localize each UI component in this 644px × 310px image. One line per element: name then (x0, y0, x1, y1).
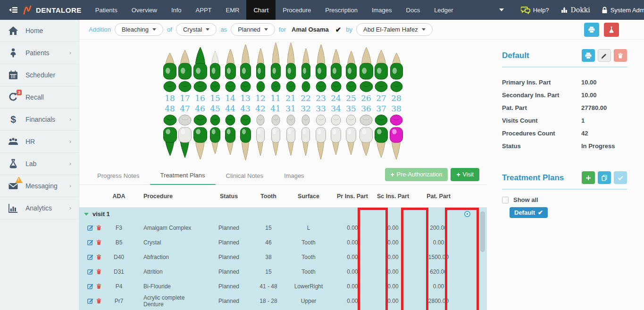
lower-occlusal-graphic[interactable] (286, 114, 295, 126)
upper-tooth-graphic[interactable] (330, 41, 342, 80)
delete-row-icon[interactable] (96, 239, 102, 245)
user-menu[interactable]: System Administrator (602, 7, 644, 14)
nav-item-emr[interactable]: EMR (219, 0, 247, 20)
provider-dropdown[interactable]: Abd El-7alem Hafez (356, 23, 433, 36)
tooth-number-lower[interactable]: 47 (180, 103, 190, 114)
tooth-number-lower[interactable]: 45 (210, 103, 220, 114)
upper-occlusal-graphic[interactable] (286, 80, 296, 93)
lower-occlusal-graphic[interactable] (375, 114, 388, 126)
nav-item-docs[interactable]: Docs (399, 0, 427, 20)
tooth-14-44[interactable]: 1444 (223, 41, 238, 166)
lower-tooth-graphic[interactable] (193, 126, 208, 164)
lower-tooth-graphic[interactable] (271, 126, 281, 164)
upper-tooth-graphic[interactable] (285, 41, 296, 80)
check-icon[interactable]: ✔ (335, 25, 342, 34)
tooth-number-lower[interactable]: 32 (301, 103, 311, 114)
print-chart-button[interactable] (584, 23, 599, 37)
edit-row-icon[interactable] (87, 239, 93, 245)
tooth-21-31[interactable]: 2131 (283, 41, 298, 166)
upper-tooth-graphic[interactable] (390, 41, 403, 80)
tooth-15-45[interactable]: 1545 (208, 41, 223, 166)
lower-occlusal-graphic[interactable] (240, 114, 251, 126)
upper-occlusal-graphic[interactable] (210, 80, 220, 93)
upper-occlusal-graphic[interactable] (178, 80, 192, 93)
tooth-number-lower[interactable]: 37 (376, 103, 386, 114)
upper-occlusal-graphic[interactable] (360, 80, 373, 93)
sidebar-item-home[interactable]: Home (0, 20, 79, 42)
lower-occlusal-graphic[interactable] (193, 114, 207, 126)
tooth-22-32[interactable]: 2232 (298, 41, 313, 166)
tooth-number-lower[interactable]: 46 (195, 103, 205, 114)
lower-tooth-graphic[interactable] (315, 126, 326, 164)
lower-tooth-graphic[interactable] (286, 126, 296, 164)
lower-tooth-graphic[interactable] (256, 126, 265, 164)
lower-occlusal-graphic[interactable] (390, 114, 403, 126)
upper-tooth-graphic[interactable] (225, 41, 236, 80)
material-dropdown[interactable]: Crystal (176, 23, 217, 36)
show-all-checkbox[interactable] (502, 197, 509, 203)
upper-tooth-graphic[interactable] (256, 41, 266, 80)
tab-progress-notes[interactable]: Progress Notes (87, 168, 150, 184)
dokki-link[interactable]: Dokki (560, 6, 590, 14)
print-plan-button[interactable] (582, 49, 595, 62)
nav-item-chart[interactable]: Chart (246, 0, 276, 20)
lower-occlusal-graphic[interactable] (331, 114, 341, 126)
table-row[interactable]: P4Bi-FlouridePlanned41 - 48LowerRight0.0… (79, 279, 487, 293)
lower-tooth-graphic[interactable] (225, 126, 236, 164)
lower-occlusal-graphic[interactable] (225, 114, 235, 126)
delete-row-icon[interactable] (96, 268, 102, 275)
table-row[interactable]: B5CrystalPlanned46Tooth0.000.000.00 (79, 235, 487, 250)
brand-logo[interactable]: DENTALORE (23, 5, 82, 15)
upper-occlusal-graphic[interactable] (256, 80, 265, 93)
tooth-number-upper[interactable]: 12 (255, 93, 266, 103)
tooth-28-38[interactable]: 2838 (389, 41, 404, 166)
edit-row-icon[interactable] (87, 268, 93, 275)
tooth-number-lower[interactable]: 34 (331, 103, 341, 114)
lower-occlusal-graphic[interactable] (316, 114, 326, 126)
tooth-24-34[interactable]: 2434 (328, 41, 343, 166)
nav-item-prescription[interactable]: Prescription (318, 0, 365, 20)
tooth-number-upper[interactable]: 28 (391, 93, 401, 103)
nav-item-info[interactable]: Info (164, 0, 189, 20)
table-row[interactable]: Pr7Acrylic complete DenturePlanned18 - 2… (79, 293, 487, 308)
nav-item-ledger[interactable]: Ledger (427, 0, 460, 20)
table-row[interactable]: F3Amalgam ComplexPlanned15L0.000.00200.0… (79, 220, 487, 235)
default-plan-badge[interactable]: Default ✔ (510, 207, 548, 218)
tooth-18-48[interactable]: 1848 (162, 41, 177, 166)
delete-row-icon[interactable] (96, 283, 102, 289)
tooth-26-36[interactable]: 2636 (359, 41, 374, 166)
sidebar-item-recall[interactable]: 3Recall (0, 86, 79, 109)
upper-occlusal-graphic[interactable] (271, 80, 281, 93)
lower-tooth-graphic[interactable] (163, 126, 177, 164)
tab-images[interactable]: Images (274, 168, 315, 184)
tooth-number-upper[interactable]: 26 (361, 93, 371, 103)
edit-row-icon[interactable] (87, 225, 93, 231)
tooth-number-lower[interactable]: 36 (361, 103, 371, 114)
tooth-25-35[interactable]: 2535 (343, 41, 359, 166)
tab-treatment-plans[interactable]: Treatment Plans (150, 168, 216, 185)
lower-tooth-graphic[interactable] (330, 126, 342, 164)
table-row[interactable]: D31AttritionPlanned15Tooth0.000.00620.00 (79, 264, 487, 279)
tooth-number-lower[interactable]: 31 (285, 103, 296, 114)
upper-occlusal-graphic[interactable] (390, 80, 403, 93)
upper-occlusal-graphic[interactable] (301, 80, 310, 93)
lower-tooth-graphic[interactable] (345, 126, 357, 164)
tooth-number-upper[interactable]: 24 (331, 93, 341, 103)
tooth-number-upper[interactable]: 16 (195, 93, 205, 103)
visit-target-icon[interactable] (464, 210, 471, 218)
tooth-17-47[interactable]: 1747 (177, 41, 192, 166)
upper-tooth-graphic[interactable] (240, 41, 251, 80)
upper-tooth-graphic[interactable] (315, 41, 327, 80)
copy-plan-button[interactable] (598, 171, 611, 184)
upper-occlusal-graphic[interactable] (346, 80, 357, 93)
table-scrollbar[interactable] (480, 211, 485, 252)
tooth-number-lower[interactable]: 38 (391, 103, 401, 114)
tooth-number-upper[interactable]: 23 (316, 93, 326, 103)
sidebar-item-messaging[interactable]: Messaging› (0, 175, 79, 197)
sidebar-item-scheduler[interactable]: Scheduler (0, 64, 79, 86)
approve-plan-button[interactable] (614, 171, 627, 184)
tooth-number-upper[interactable]: 14 (225, 93, 235, 103)
tab-clinical-notes[interactable]: Clinical Notes (216, 168, 274, 184)
lower-tooth-graphic[interactable] (301, 126, 310, 164)
visit-group-header[interactable]: visit 1 (79, 208, 487, 220)
